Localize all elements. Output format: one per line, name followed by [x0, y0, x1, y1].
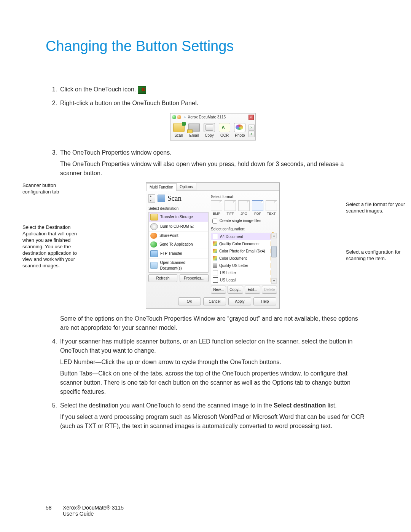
copy-icon	[204, 123, 215, 132]
panel-orb-orange[interactable]	[177, 115, 181, 119]
new-button[interactable]: New...	[211, 286, 226, 294]
scrollbar-thumb[interactable]	[271, 246, 277, 257]
ocr-icon	[219, 123, 230, 132]
breadcrumb-arrow-icon: ➣	[183, 114, 186, 120]
tab-options[interactable]: Options	[176, 183, 196, 190]
panel-btn-ocr[interactable]: OCR	[217, 122, 232, 139]
email-icon	[188, 123, 200, 132]
scroll-down-button[interactable]: ▾	[271, 278, 277, 284]
select-destination-label: Select destination:	[148, 206, 209, 211]
annot-select-configuration: Select a configuration for scanning the …	[346, 249, 407, 262]
annot-select-format: Select a file format for your scanned im…	[346, 201, 407, 214]
cancel-button[interactable]: Cancel	[203, 297, 226, 305]
tiff-icon	[225, 200, 236, 211]
format-bmp[interactable]: BMP	[211, 200, 222, 217]
page-title: Changing the Button Settings	[46, 38, 365, 54]
close-icon[interactable]: ×	[249, 115, 254, 120]
step-3-p2: The OneTouch Properties window will also…	[60, 160, 365, 178]
sharepoint-icon	[150, 233, 157, 239]
dest-send-to-app[interactable]: Send To Application	[149, 240, 208, 249]
help-button[interactable]: Help	[253, 297, 276, 305]
dest-open-scanned[interactable]: Open Scanned Document(s)	[149, 259, 208, 272]
gray-page-icon	[213, 263, 217, 268]
step-1: 1. Click on the OneTouch icon.	[46, 85, 365, 96]
dest-burn-cd[interactable]: Burn to CD-ROM E:	[149, 222, 208, 232]
panel-btn-copy[interactable]: Copy	[202, 122, 217, 139]
step-5: 5. Select the destination you want OneTo…	[46, 401, 365, 433]
format-text[interactable]: TEXT	[266, 200, 277, 217]
select-format-label: Select format:	[211, 194, 277, 200]
format-tiff[interactable]: TIFF	[225, 200, 236, 217]
properties-button[interactable]: Properties...	[180, 274, 209, 282]
create-single-files-checkbox[interactable]	[212, 219, 217, 224]
scanner-icon	[158, 195, 165, 202]
step-3-p1: The OneTouch Properties window opens.	[60, 148, 365, 157]
edit-button[interactable]: Edit...	[245, 286, 260, 294]
panel-nav-arrows: > <	[249, 125, 255, 137]
cfg-color-document[interactable]: Color Document	[211, 255, 277, 262]
step-4-p2: LED Number—Click the up or down arrow to…	[60, 358, 365, 367]
apply-button[interactable]: Apply	[228, 297, 251, 305]
step-num: 5.	[46, 401, 57, 433]
page-footer: 58 Xerox® DocuMate® 3115 User’s Guide	[46, 505, 124, 517]
pdf-icon	[252, 200, 263, 211]
photo-icon	[234, 123, 245, 132]
scrollbar-track	[271, 233, 277, 284]
onetouch-button-panel: ➣ Xerox DocuMate 3115 × Scan Email Copy …	[170, 113, 256, 141]
onetouch-properties-window: Multi Function Options Scan Select desti…	[146, 182, 280, 309]
dest-sharepoint[interactable]: SharePoint	[149, 232, 208, 240]
copy-button[interactable]: Copy...	[228, 286, 243, 294]
color-page-icon	[213, 256, 217, 260]
open-document-icon	[150, 262, 158, 269]
ok-button[interactable]: OK	[178, 297, 201, 305]
cd-icon	[150, 223, 158, 230]
panel-title: Xerox DocuMate 3115	[188, 114, 249, 120]
cfg-quality-us-letter[interactable]: Quality US Letter	[211, 262, 277, 269]
bw-page-icon	[213, 270, 218, 275]
step-3-note: Some of the options on the OneTouch Prop…	[60, 314, 365, 332]
cfg-a4-document[interactable]: A4 Document	[211, 233, 277, 240]
create-single-files-label: Create single image files	[220, 219, 261, 223]
application-icon	[150, 241, 157, 248]
cfg-color-photo-email[interactable]: Color Photo for Email (6x4)	[211, 248, 277, 255]
page-number: 58	[46, 505, 55, 517]
step-5-p1: Select the destination you want OneTouch…	[60, 401, 365, 410]
format-pdf[interactable]: PDF	[252, 200, 263, 217]
delete-button: Delete	[262, 286, 277, 294]
tab-multi-function[interactable]: Multi Function	[146, 183, 177, 191]
bw-page-icon	[213, 234, 218, 239]
step-4-p3: Button Tabs—Click on one of the tabs, ac…	[60, 369, 365, 396]
footer-product: Xerox® DocuMate® 3115	[63, 505, 124, 511]
step-4: 4. If your scanner has multiple scanner …	[46, 337, 365, 399]
panel-next-button[interactable]: >	[249, 125, 255, 131]
ftp-icon	[150, 250, 158, 257]
color-page-icon	[213, 249, 217, 253]
annot-scanner-button-tab: Scanner button configuration tab	[22, 182, 80, 195]
panel-btn-scan[interactable]: Scan	[171, 122, 186, 139]
cfg-quality-color[interactable]: Quality Color Document	[211, 240, 277, 248]
step-1-text: Click on the OneTouch icon.	[60, 86, 136, 93]
led-number-spinner[interactable]	[148, 194, 155, 203]
dest-ftp[interactable]: FTP Transfer	[149, 249, 208, 259]
configuration-list[interactable]: A4 Document Quality Color Document Color…	[211, 233, 277, 284]
refresh-button[interactable]: Refresh	[148, 274, 177, 282]
step-num: 1.	[46, 85, 57, 96]
destination-list[interactable]: Transfer to Storage Burn to CD-ROM E: Sh…	[148, 212, 209, 273]
text-icon	[266, 200, 277, 211]
current-button-label: Scan	[158, 193, 182, 204]
panel-orb-green[interactable]	[172, 115, 176, 119]
cfg-us-letter[interactable]: US Letter	[211, 269, 277, 276]
format-jpg[interactable]: JPG	[238, 200, 250, 217]
cfg-us-legal[interactable]: US Legal	[211, 276, 277, 284]
dest-transfer-storage[interactable]: Transfer to Storage	[149, 212, 208, 222]
step-5-p2: If you select a word processing program …	[60, 412, 365, 431]
panel-btn-email[interactable]: Email	[186, 122, 202, 139]
step-3: 3. The OneTouch Properties window opens.…	[46, 148, 365, 335]
footer-doc: User’s Guide	[63, 511, 124, 517]
color-page-icon	[213, 241, 217, 246]
scroll-up-button[interactable]: ▴	[271, 233, 277, 238]
annot-select-destination: Select the Destination Application that …	[22, 224, 80, 269]
panel-prev-button[interactable]: <	[249, 131, 255, 137]
panel-btn-photo[interactable]: Photo	[232, 122, 247, 139]
bw-page-icon	[213, 277, 218, 283]
